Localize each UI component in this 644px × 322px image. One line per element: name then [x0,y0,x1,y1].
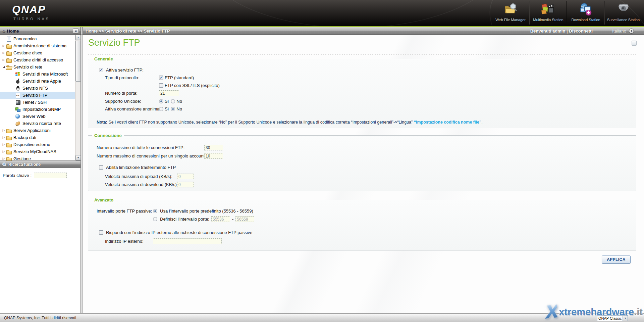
tree-collapsed-expander-icon[interactable]: ▷ [1,155,6,160]
tree-collapsed-expander-icon[interactable]: ▷ [1,127,6,134]
folder-icon [6,43,12,49]
logout-link[interactable]: Disconnetti [569,29,593,34]
tree-collapsed-expander-icon[interactable]: ▷ [1,49,6,56]
tree-collapsed-expander-icon[interactable]: ▷ [1,56,6,63]
web-file-manager-shortcut[interactable]: Web File Manager [492,1,529,25]
sidebar-item-servizi-di-rete-apple[interactable]: Servizi di rete Apple [0,78,80,85]
tree-scrollbar[interactable]: ▲ ▼ [75,35,80,160]
folder-open-icon [6,64,12,70]
enable-ftp-checkbox[interactable] [99,68,103,72]
folder-icon [6,50,12,56]
scrollbar-thumb[interactable] [75,41,81,82]
sidebar-item-gestione-diritti-di-accesso[interactable]: ▷Gestione diritti di accesso [0,56,80,63]
collapse-sidebar-button[interactable]: « [73,29,79,34]
sidebar-item-label: Gestione diritti di accesso [13,57,63,62]
port-range-from-input[interactable] [211,216,230,222]
microsoft-icon [15,72,21,77]
tree-collapsed-expander-icon[interactable]: ▷ [1,42,6,49]
app-shortcut-label: Download Station [571,18,600,22]
ftp-standard-checkbox[interactable] [159,76,163,80]
sidebar-item-gestione[interactable]: ▷Gestione [0,155,80,160]
sidebar-item-label: Gestione [13,156,31,160]
apple-icon [15,79,21,84]
folder-icon [6,156,12,161]
port-range-separator: - [232,217,233,222]
default-port-range-radio[interactable] [153,209,157,213]
sidebar-item-servizio-mycloudnas[interactable]: ▷Servizio MyCloudNAS [0,148,80,155]
sidebar-item-servizi-di-rete-microsoft[interactable]: Servizi di rete Microsoft [0,71,80,78]
ftp-ssl-checkbox[interactable] [159,83,163,88]
unicode-yes-radio[interactable] [159,99,163,103]
encoding-settings-link[interactable]: “Impostazione codifica nome file” [414,120,481,125]
web-file-manager-icon [503,2,518,17]
sidebar-item-label: Servizi di rete Apple [22,79,61,84]
unicode-no-radio[interactable] [171,99,175,103]
custom-port-range-radio[interactable] [153,217,157,221]
custom-port-range-label: Definisci l'intervallo porte: [160,217,209,222]
external-ip-label: Indirizzo IP esterno: [105,239,153,244]
sidebar-header: ⌂ Home « [0,27,80,35]
panel-divider [80,27,83,35]
sidebar-item-impostazioni-snmp[interactable]: Impostazioni SNMP [0,106,80,113]
sidebar-item-gestione-disco[interactable]: ▷Gestione disco [0,49,80,56]
tree-expanded-expander-icon[interactable]: ◢ [1,63,6,71]
max-single-account-input[interactable] [204,153,223,159]
toolbar: ⌂ Home « Home >> Servizio di rete >> Ser… [0,27,644,35]
sidebar-item-dispositivo-esterno[interactable]: ▷Dispositivo esterno [0,141,80,148]
external-ip-input[interactable] [153,238,222,244]
max-connections-input[interactable] [204,145,223,150]
search-icon [2,162,6,167]
sidebar-item-label: Amministrazione di sistema [13,43,66,48]
home-icon: ⌂ [2,29,5,33]
sidebar-item-backup-dati[interactable]: ▷Backup dati [0,134,80,141]
sidebar-item-telnet-ssh[interactable]: Telnet / SSH [0,99,80,106]
folder-icon [6,149,12,154]
theme-select[interactable]: QNAP Classic ▼ [597,315,628,321]
folder-icon [6,135,12,140]
ftp-standard-label: FTP (standard) [165,75,194,80]
language-dropdown-icon[interactable]: ▼ [629,29,634,34]
port-label: Numero di porta: [105,91,159,96]
sidebar-item-server-applicazioni[interactable]: ▷Server Applicazioni [0,127,80,134]
port-range-to-input[interactable] [235,216,254,222]
default-port-range-label: Usa l'intervallo porte predefinito (5553… [160,209,253,214]
apply-button[interactable]: APPLICA [602,256,631,264]
generale-section: Generale Attiva servizio FTP: Tipo di pr… [88,56,636,128]
folder-icon [6,57,12,63]
function-search-input[interactable] [34,173,67,178]
page-options-icon[interactable] [632,41,637,46]
transfer-limit-checkbox[interactable] [99,165,103,170]
sidebar-item-server-web[interactable]: Server Web [0,113,80,120]
theme-select-arrow-icon: ▼ [623,316,628,321]
sidebar-item-amministrazione-di-sistema[interactable]: ▷Amministrazione di sistema [0,42,80,49]
download-station-icon [579,2,593,17]
download-station-shortcut[interactable]: Download Station [567,1,604,25]
anonymous-yes-label: Sì [165,106,169,111]
sidebar-item-servizio-ricerca-rete[interactable]: Servizio ricerca rete [0,120,80,127]
download-limit-input[interactable] [177,182,194,187]
external-ip-checkbox[interactable] [99,230,103,235]
sidebar-item-panoramica[interactable]: Panoramica [0,35,80,42]
scroll-up-icon[interactable]: ▲ [75,35,81,40]
language-label: Italiano [612,29,626,34]
surveillance-station-shortcut[interactable]: Surveillance Station [604,1,642,25]
sidebar-item-servizio-nfs[interactable]: Servizio NFS [0,85,80,92]
tree-collapsed-expander-icon[interactable]: ▷ [1,134,6,141]
multimedia-station-shortcut[interactable]: Multimedia Station [529,1,567,25]
linux-icon [15,86,21,91]
tree-collapsed-expander-icon[interactable]: ▷ [1,148,6,155]
scroll-down-icon[interactable]: ▼ [75,155,81,160]
sidebar-item-servizio-ftp[interactable]: Servizio FTP [0,92,80,99]
upload-limit-input[interactable] [177,174,194,179]
multimedia-station-icon [541,2,556,17]
anonymous-yes-radio[interactable] [159,107,163,111]
welcome-user: Benvenuti admin [530,29,566,34]
max-connections-label: Numero massimo di tutte le connessioni F… [97,145,204,150]
sidebar-item-label: Panoramica [13,36,37,41]
anonymous-no-radio[interactable] [171,107,175,111]
sidebar-item-label: Server Web [22,114,45,119]
external-ip-check-label: Rispondi con l'indirizzo IP esterno alle… [106,230,252,235]
tree-collapsed-expander-icon[interactable]: ▷ [1,141,6,148]
ftp-port-input[interactable] [159,90,179,96]
sidebar-item-servizio-di-rete[interactable]: ◢Servizio di rete [0,63,80,71]
